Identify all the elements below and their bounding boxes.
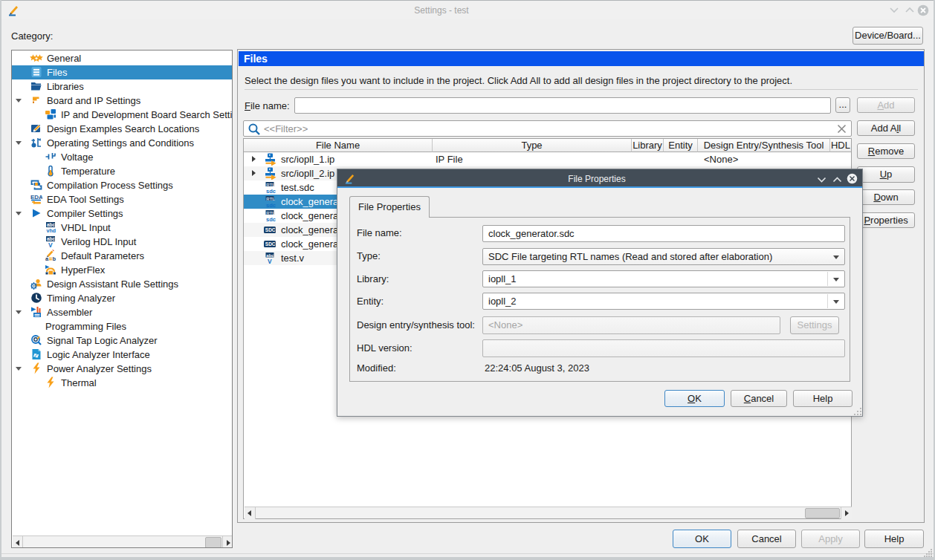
svg-text:abc: abc [266,253,274,258]
svg-text:vhd: vhd [47,228,56,233]
svg-text:RTL: RTL [266,211,275,215]
svg-text:SDC: SDC [265,241,276,247]
svg-text:sdc: sdc [266,188,276,195]
svg-text:RTL: RTL [266,183,275,187]
svg-text:sdc: sdc [266,216,276,223]
svg-text:SDC: SDC [265,227,276,232]
svg-text:b: b [53,255,56,261]
svg-text:V: V [268,258,272,264]
svg-text:V: V [48,241,53,248]
svg-text:abc: abc [47,222,56,227]
svg-text:RTL: RTL [266,197,275,201]
svg-text:EDA: EDA [30,194,42,201]
svg-text:sdc: sdc [266,202,276,209]
